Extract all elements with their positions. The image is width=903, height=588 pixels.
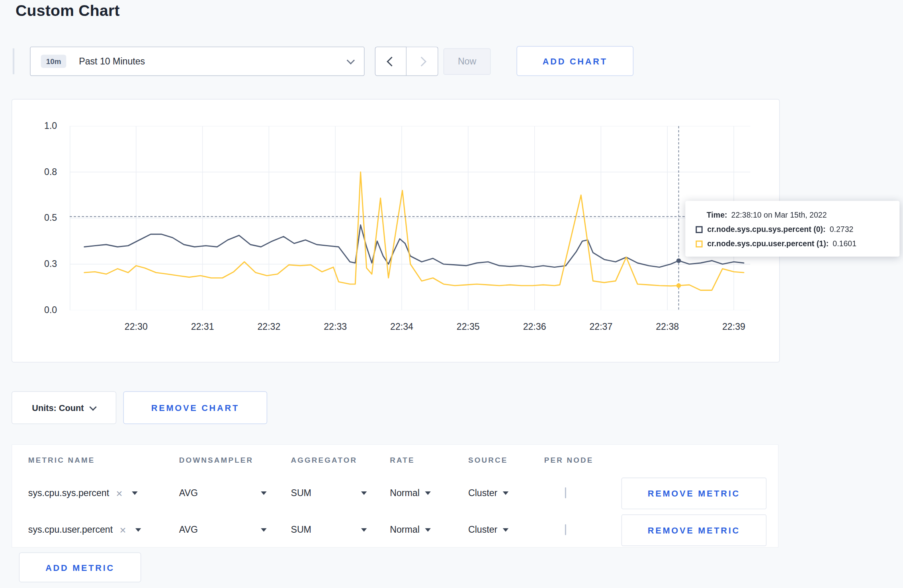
chevron-down-icon [361,491,367,495]
downsampler-select[interactable]: AVG [179,525,267,535]
custom-chart-page: Custom Chart 10m Past 10 Minutes Now ADD… [0,0,903,588]
x-tick-label: 22:32 [243,322,295,332]
clear-metric-icon[interactable]: × [119,524,126,535]
units-label: Units: Count [32,403,84,413]
add-chart-button[interactable]: ADD CHART [516,46,633,76]
rate-select[interactable]: Normal [390,488,468,498]
x-tick-label: 22:36 [509,322,561,332]
aggregator-select[interactable]: SUM [291,525,367,535]
chevron-right-icon [416,56,426,66]
x-tick-label: 22:39 [708,322,760,332]
rate-value: Normal [390,488,420,498]
series-line-1 [84,172,744,290]
x-tick-label: 22:37 [575,322,627,332]
time-range-badge: 10m [41,55,66,68]
chevron-down-icon [502,528,508,532]
y-tick-label: 0.8 [17,166,57,179]
header-aggregator: AGGREGATOR [291,456,390,464]
line-chart[interactable] [70,126,751,310]
chart-tooltip: Time: 22:38:10 on Mar 15th, 2022 cr.node… [685,201,899,257]
source-select[interactable]: Cluster [468,525,544,535]
remove-chart-button[interactable]: REMOVE CHART [123,391,268,424]
remove-metric-button[interactable]: REMOVE METRIC [622,514,766,546]
hover-marker-0 [676,258,681,263]
tooltip-series-value: 0.1601 [833,239,856,248]
tooltip-series-row: cr.node.sys.cpu.sys.percent (0): 0.2732 [696,225,889,234]
x-tick-label: 22:34 [376,322,428,332]
metric-select[interactable]: sys.cpu.user.percent × [28,524,179,535]
chevron-down-icon [425,491,430,495]
chevron-down-icon [425,528,430,532]
x-axis-labels: 22:3022:3122:3222:3322:3422:3522:3622:37… [70,322,751,336]
tooltip-time-row: Time: 22:38:10 on Mar 15th, 2022 [696,210,889,219]
x-tick-label: 22:38 [641,322,693,332]
header-downsampler: DOWNSAMPLER [179,456,291,464]
chevron-down-icon [261,528,266,532]
time-range-label: Past 10 Minutes [79,56,145,66]
chevron-down-icon [90,403,97,410]
tooltip-series-label: cr.node.sys.cpu.user.percent (1): [707,239,829,248]
now-button[interactable]: Now [444,48,491,75]
toolbar-divider [13,48,14,74]
prev-time-button[interactable] [375,47,407,76]
y-tick-label: 0.3 [17,258,57,271]
x-tick-label: 22:35 [442,322,494,332]
next-time-button[interactable] [407,47,438,76]
header-metric-name: METRIC NAME [28,456,179,464]
source-value: Cluster [468,525,497,535]
remove-metric-button[interactable]: REMOVE METRIC [622,477,766,509]
metrics-table: METRIC NAME DOWNSAMPLER AGGREGATOR RATE … [12,444,779,548]
header-rate: RATE [390,456,468,464]
tooltip-time-value: 22:38:10 on Mar 15th, 2022 [731,210,827,219]
time-pager [375,47,438,76]
x-tick-label: 22:31 [177,322,229,332]
chart-card: 0.00.30.50.81.0 22:3022:3122:3222:3322:3… [12,99,780,362]
rate-value: Normal [390,525,420,535]
chevron-down-icon [261,491,266,495]
chevron-left-icon [387,56,397,66]
x-tick-label: 22:30 [110,322,162,332]
x-tick-label: 22:33 [309,322,361,332]
y-tick-label: 0.5 [17,212,57,224]
chevron-down-icon [361,528,367,532]
metric-name: sys.cpu.user.percent [28,525,113,535]
rate-select[interactable]: Normal [390,525,468,535]
y-tick-label: 0.0 [17,304,57,317]
metric-name: sys.cpu.sys.percent [28,488,109,498]
metrics-table-header: METRIC NAME DOWNSAMPLER AGGREGATOR RATE … [28,445,778,475]
chevron-down-icon [135,528,141,532]
time-range-dropdown[interactable]: 10m Past 10 Minutes [30,47,364,76]
y-tick-label: 1.0 [17,120,57,132]
aggregator-select[interactable]: SUM [291,488,367,498]
chevron-down-icon [502,491,508,495]
tooltip-time-label: Time: [707,210,727,219]
downsampler-value: AVG [179,488,198,498]
downsampler-value: AVG [179,525,198,535]
units-dropdown[interactable]: Units: Count [12,391,116,424]
series-swatch-sys-icon [696,226,702,233]
page-title: Custom Chart [16,2,120,20]
source-value: Cluster [468,488,497,498]
scale-wrapper: Custom Chart 10m Past 10 Minutes Now ADD… [0,0,903,588]
y-axis-labels: 0.00.30.50.81.0 [12,126,65,310]
clear-metric-icon[interactable]: × [116,488,122,498]
tooltip-series-label: cr.node.sys.cpu.sys.percent (0): [707,225,825,234]
table-row: sys.cpu.sys.percent × AVG SUM Normal Clu… [28,475,778,512]
downsampler-select[interactable]: AVG [179,488,267,498]
source-select[interactable]: Cluster [468,488,544,498]
aggregator-value: SUM [291,525,311,535]
series-line-0 [84,225,744,267]
per-node-checkbox[interactable] [565,524,566,535]
tooltip-series-value: 0.2732 [830,225,854,234]
per-node-checkbox[interactable] [565,487,566,498]
add-metric-button[interactable]: ADD METRIC [19,553,141,582]
hover-marker-1 [676,283,681,288]
header-per-node: PER NODE [544,456,622,464]
tooltip-series-row: cr.node.sys.cpu.user.percent (1): 0.1601 [696,239,889,248]
series-swatch-user-icon [696,240,702,247]
chevron-down-icon [347,56,355,64]
header-source: SOURCE [468,456,544,464]
aggregator-value: SUM [291,488,311,498]
metric-select[interactable]: sys.cpu.sys.percent × [28,488,179,498]
chevron-down-icon [132,491,137,495]
